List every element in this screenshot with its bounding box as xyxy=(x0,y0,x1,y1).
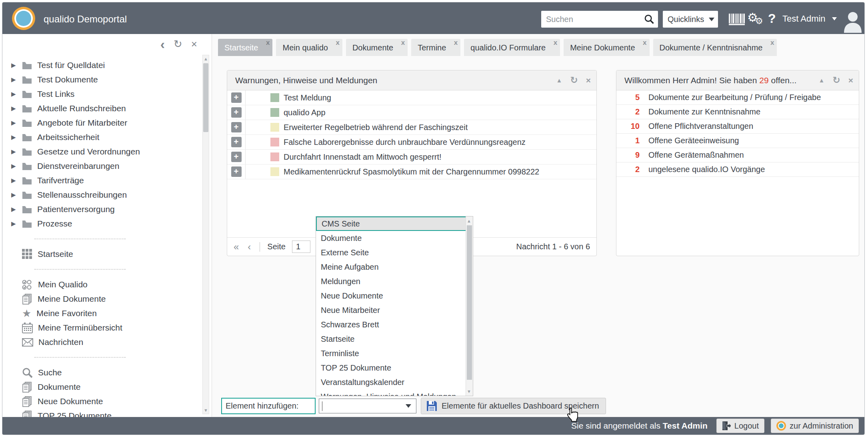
dropdown-option[interactable]: Schwarzes Brett xyxy=(316,317,473,332)
close-icon[interactable]: × xyxy=(191,39,197,49)
sidebar-item-mein-qualido[interactable]: Mein Qualido xyxy=(2,277,202,292)
sidebar-item-suche[interactable]: Suche xyxy=(2,365,202,380)
chevron-down-icon[interactable] xyxy=(406,404,411,408)
tab-mein-qualido[interactable]: Mein qualidox xyxy=(276,39,342,56)
dropdown-option[interactable]: Meine Aufgaben xyxy=(316,260,473,274)
task-row[interactable]: 1Offene Geräteeinweisung xyxy=(616,134,859,148)
dropdown-option[interactable]: Externe Seite xyxy=(316,245,473,260)
sidebar-folder[interactable]: ▶Tarifverträge xyxy=(2,173,202,188)
caret-right-icon[interactable]: ▶ xyxy=(11,76,17,83)
expand-plus-icon[interactable]: + xyxy=(231,137,242,147)
task-row[interactable]: 5Dokumente zur Bearbeitung / Prüfung / F… xyxy=(616,90,859,105)
sidebar-item-meine-favoriten[interactable]: ★ Meine Favoriten xyxy=(2,306,202,321)
sidebar-folder[interactable]: ▶Test Links xyxy=(2,87,202,101)
sidebar-item-nachrichten[interactable]: Nachrichten xyxy=(2,335,202,349)
sidebar-item-terminuebersicht[interactable]: Meine Terminübersicht xyxy=(2,321,202,335)
caret-right-icon[interactable]: ▶ xyxy=(11,119,17,126)
task-row[interactable]: 2ungelesene qualido.IO Vorgänge xyxy=(616,162,859,177)
search-input[interactable] xyxy=(541,11,658,28)
caret-right-icon[interactable]: ▶ xyxy=(11,162,17,170)
caret-right-icon[interactable]: ▶ xyxy=(11,134,17,141)
element-type-combobox[interactable] xyxy=(319,399,416,413)
avatar[interactable] xyxy=(841,9,865,34)
close-tab-icon[interactable]: x xyxy=(266,39,270,46)
expand-plus-icon[interactable]: + xyxy=(231,152,242,162)
warning-row[interactable]: +qualido App xyxy=(227,105,596,120)
warning-row[interactable]: +Erweiterter Regelbetrieb während der Fa… xyxy=(227,120,596,135)
tab-dokumente[interactable]: Dokumentex xyxy=(346,39,408,56)
sidebar-folder[interactable]: ▶Angebote für Mitarbeiter xyxy=(2,116,202,130)
scroll-up-icon[interactable]: ▲ xyxy=(203,55,209,62)
caret-right-icon[interactable]: ▶ xyxy=(11,191,17,198)
warning-row[interactable]: +Medikamentenrückruf Spasmolytikum mit d… xyxy=(227,164,596,179)
tab-meine-dokumente[interactable]: Meine Dokumentex xyxy=(564,39,649,56)
prev-page-icon[interactable]: ‹ xyxy=(248,241,251,253)
close-tab-icon[interactable]: x xyxy=(454,39,458,46)
scroll-down-icon[interactable]: ▼ xyxy=(203,407,209,414)
expand-plus-icon[interactable]: + xyxy=(231,166,242,177)
sidebar-folder[interactable]: ▶Prozesse xyxy=(2,216,202,231)
sidebar-folder[interactable]: ▶Arbeitssicherheit xyxy=(2,130,202,144)
sidebar-item-dokumente[interactable]: Dokumente xyxy=(2,380,202,394)
close-tab-icon[interactable]: x xyxy=(554,39,557,46)
refresh-icon[interactable]: ↻ xyxy=(832,75,840,86)
caret-right-icon[interactable]: ▶ xyxy=(11,206,17,213)
dropdown-option[interactable]: Dokumente xyxy=(316,231,473,245)
caret-right-icon[interactable]: ▶ xyxy=(11,105,17,112)
refresh-icon[interactable]: ↻ xyxy=(174,39,182,49)
close-tab-icon[interactable]: x xyxy=(336,39,339,46)
sidebar-folder[interactable]: ▶Aktuelle Rundschreiben xyxy=(2,101,202,116)
sidebar-item-meine-dokumente[interactable]: Meine Dokumente xyxy=(2,292,202,306)
sidebar-folder[interactable]: ▶Stellenausschreibungen xyxy=(2,188,202,202)
user-menu[interactable]: Test Admin xyxy=(782,14,837,24)
scrollbar-thumb[interactable] xyxy=(467,225,472,380)
sidebar-folder[interactable]: ▶Test für Quelldatei xyxy=(2,58,202,72)
quicklinks-dropdown[interactable]: Quicklinks xyxy=(663,11,718,28)
qualido-logo-icon[interactable] xyxy=(12,7,35,30)
dropdown-option[interactable]: Meldungen xyxy=(316,274,473,289)
warning-row[interactable]: +Falsche Laborergebnisse durch unbrauchb… xyxy=(227,135,596,150)
scroll-down-icon[interactable]: ▼ xyxy=(466,388,472,395)
dropdown-option[interactable]: Startseite xyxy=(316,332,473,346)
collapse-sidebar-icon[interactable]: ‹ xyxy=(160,39,165,49)
settings-gears-icon[interactable]: ⚙⚙ xyxy=(747,10,766,28)
caret-right-icon[interactable]: ▶ xyxy=(11,148,17,155)
sidebar-item-startseite[interactable]: Startseite xyxy=(2,247,202,261)
page-number-input[interactable] xyxy=(292,241,310,253)
dropdown-option[interactable]: Warnungen, Hinweise und Meldungen xyxy=(316,389,473,396)
dropdown-option[interactable]: Neue Mitarbeiter xyxy=(316,303,473,317)
caret-right-icon[interactable]: ▶ xyxy=(11,220,17,227)
caret-right-icon[interactable]: ▶ xyxy=(11,90,17,98)
close-icon[interactable]: × xyxy=(586,76,591,85)
warning-row[interactable]: +Durchfahrt Innenstadt am Mittwoch gespe… xyxy=(227,150,596,164)
close-icon[interactable]: × xyxy=(848,76,853,85)
dropdown-option[interactable]: TOP 25 Dokumente xyxy=(316,361,473,375)
tab-dokumente-kenntnisnahme[interactable]: Dokumente / Kenntnisnahmex xyxy=(653,39,777,56)
sidebar-item-neue-dokumente[interactable]: Neue Dokumente xyxy=(2,394,202,409)
scroll-up-icon[interactable]: ▲ xyxy=(466,217,472,225)
sidebar-folder[interactable]: ▶Gesetze und Verordnungen xyxy=(2,144,202,159)
sidebar-scrollbar[interactable]: ▲ ▼ xyxy=(202,55,209,414)
expand-plus-icon[interactable]: + xyxy=(231,92,242,103)
collapse-panel-icon[interactable]: ▲ xyxy=(556,77,562,84)
dropdown-option[interactable]: Neue Dokumente xyxy=(316,289,473,303)
search-icon[interactable] xyxy=(644,14,655,26)
expand-plus-icon[interactable]: + xyxy=(231,107,242,118)
warning-row[interactable]: +Test Meldung xyxy=(227,90,596,105)
close-tab-icon[interactable]: x xyxy=(643,39,646,46)
task-row[interactable]: 9Offene Gerätemaßnahmen xyxy=(616,148,859,162)
first-page-icon[interactable]: « xyxy=(234,241,239,253)
logout-button[interactable]: Logout xyxy=(716,419,764,433)
sidebar-folder[interactable]: ▶Dienstvereinbarungen xyxy=(2,159,202,173)
sidebar-folder[interactable]: ▶Patientenversorgung xyxy=(2,202,202,216)
zur-administration-button[interactable]: zur Administration xyxy=(771,419,859,433)
close-tab-icon[interactable]: x xyxy=(401,39,405,46)
tab-startseite[interactable]: Startseitex xyxy=(218,39,272,56)
tab-termine[interactable]: Terminex xyxy=(411,39,460,56)
close-tab-icon[interactable]: x xyxy=(770,39,774,46)
dropdown-option[interactable]: Terminliste xyxy=(316,346,473,361)
dropdown-option-selected[interactable]: CMS Seite xyxy=(316,216,473,231)
collapse-panel-icon[interactable]: ▲ xyxy=(819,77,825,84)
task-row[interactable]: 2Dokumente zur Kenntnisnahme xyxy=(616,105,859,119)
scrollbar-thumb[interactable] xyxy=(203,63,208,132)
